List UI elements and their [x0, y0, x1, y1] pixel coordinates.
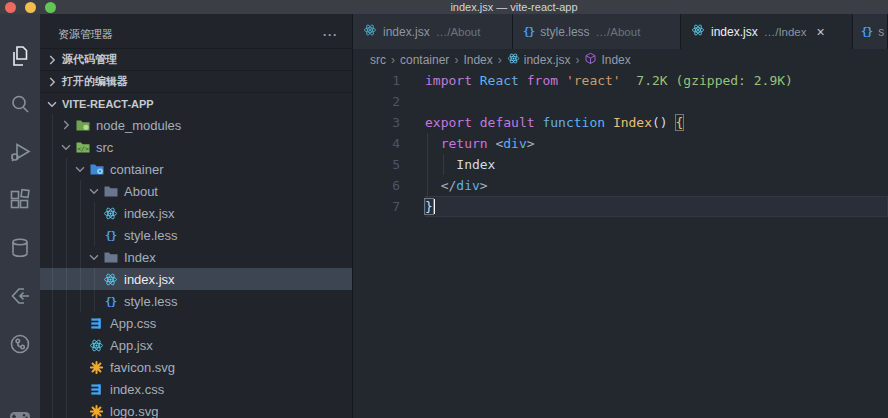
tree-label: container: [110, 162, 163, 177]
tab-index-jsx-about[interactable]: index.jsx …/About: [353, 14, 513, 49]
tree-label: App.jsx: [110, 338, 153, 353]
svg-file-icon: [88, 359, 105, 375]
chevron-down-icon: [72, 162, 88, 176]
section-label: VITE-REACT-APP: [62, 98, 154, 110]
indent-guide: [80, 180, 81, 312]
tree-label: style.less: [124, 294, 177, 309]
tree-item-logo-svg[interactable]: logo.svg: [40, 400, 352, 418]
tab-label: s: [878, 25, 884, 39]
tab-style-less-index-partial[interactable]: {} s: [853, 14, 888, 49]
tree-item-index-css[interactable]: index.css: [40, 378, 352, 400]
css-icon: [88, 381, 105, 397]
chevron-down-icon: [44, 97, 60, 111]
window-title: index.jsx — vite-react-app: [0, 0, 888, 14]
tree-label: node_modules: [96, 118, 181, 133]
indent-guide: [66, 158, 67, 418]
tree-item-index-folder[interactable]: Index: [40, 246, 352, 268]
explorer-icon[interactable]: [8, 44, 32, 68]
folder-green-icon: [74, 117, 91, 133]
database-icon[interactable]: [8, 236, 32, 260]
svg-text:</>: </>: [77, 145, 89, 153]
react-icon: [88, 337, 105, 353]
breadcrumb-separator: ›: [391, 53, 395, 67]
breadcrumb-item-index-jsx[interactable]: index.jsx: [507, 52, 571, 68]
tree-item-index-index-jsx-selected[interactable]: index.jsx: [40, 268, 352, 290]
section-label: 打开的编辑器: [62, 74, 128, 89]
navigate-back-icon[interactable]: [8, 284, 32, 308]
title-bar: index.jsx — vite-react-app: [0, 0, 888, 14]
git-graph-icon[interactable]: [8, 332, 32, 356]
indent-guide: [94, 268, 95, 312]
react-icon: [102, 205, 119, 221]
chevron-right-icon: [44, 75, 60, 89]
folder-src-icon: </>: [74, 139, 91, 155]
tab-index-jsx-index-active[interactable]: index.jsx …/Index ×: [681, 14, 853, 49]
react-icon: [363, 23, 377, 40]
file-tree: node_modules </> src container: [40, 114, 352, 418]
code-content[interactable]: import React from 'react' 7.2K (gzipped:…: [425, 70, 888, 217]
react-icon: [102, 271, 119, 287]
breadcrumb-item-src[interactable]: src: [370, 53, 386, 67]
tree-item-favicon-svg[interactable]: favicon.svg: [40, 356, 352, 378]
tree-label: index.jsx: [124, 206, 175, 221]
tab-label: style.less: [540, 25, 589, 39]
text-cursor: [433, 199, 435, 214]
symbol-module-icon: [584, 52, 597, 68]
tree-item-about-folder[interactable]: About: [40, 180, 352, 202]
chevron-down-icon: [86, 250, 102, 264]
line-number-gutter[interactable]: 1234567: [353, 70, 400, 217]
braces-icon: {}: [102, 293, 119, 309]
explorer-title: 资源管理器: [58, 27, 113, 42]
react-icon: [691, 23, 705, 40]
tree-item-src[interactable]: </> src: [40, 136, 352, 158]
tab-dir: …/About: [436, 26, 481, 38]
folder-icon: [102, 249, 119, 265]
breadcrumb-item-container[interactable]: container: [400, 53, 449, 67]
react-icon: [507, 52, 520, 68]
css-icon: [88, 315, 105, 331]
tree-label: favicon.svg: [110, 360, 175, 375]
tree-item-index-style-less[interactable]: {} style.less: [40, 290, 352, 312]
indent-guide: [52, 114, 53, 418]
folder-container-icon: [88, 161, 105, 177]
section-open-editors[interactable]: 打开的编辑器: [40, 70, 352, 92]
breadcrumb-item-symbol-index[interactable]: Index: [584, 52, 630, 68]
section-project-root[interactable]: VITE-REACT-APP: [40, 92, 352, 114]
tab-style-less-about[interactable]: {} style.less …/About: [513, 14, 681, 49]
section-source-control[interactable]: 源代码管理: [40, 48, 352, 70]
code-editor[interactable]: 1234567 import React from 'react' 7.2K (…: [353, 70, 888, 418]
run-debug-icon[interactable]: [8, 140, 32, 164]
section-label: 源代码管理: [62, 52, 117, 67]
tab-label: index.jsx: [383, 25, 430, 39]
activity-bar: [0, 14, 40, 418]
breadcrumb-item-index-folder[interactable]: Index: [463, 53, 492, 67]
tree-item-app-jsx[interactable]: App.jsx: [40, 334, 352, 356]
gamepad-icon[interactable]: [8, 404, 32, 418]
tab-dir: …/About: [596, 26, 641, 38]
tree-item-node-modules[interactable]: node_modules: [40, 114, 352, 136]
tab-dir: …/Index: [764, 26, 807, 38]
extensions-icon[interactable]: [8, 188, 32, 212]
indent-guide: [94, 202, 95, 246]
tree-item-about-style-less[interactable]: {} style.less: [40, 224, 352, 246]
breadcrumb-separator: ›: [575, 53, 579, 67]
tree-item-app-css[interactable]: App.css: [40, 312, 352, 334]
breadcrumb: src › container › Index › index.jsx › In…: [353, 49, 888, 70]
explorer-sidebar: 资源管理器 ··· 源代码管理 打开的编辑器 VITE-REACT-APP: [40, 14, 353, 418]
breadcrumb-separator: ›: [498, 53, 502, 67]
search-icon[interactable]: [8, 92, 32, 116]
tree-label: index.jsx: [124, 272, 175, 287]
tree-item-container[interactable]: container: [40, 158, 352, 180]
chevron-down-icon: [58, 140, 74, 154]
close-tab-icon[interactable]: ×: [817, 25, 825, 39]
chevron-right-icon: [44, 53, 60, 67]
tree-label: src: [96, 140, 113, 155]
tab-label: index.jsx: [711, 25, 758, 39]
tree-label: index.css: [110, 382, 164, 397]
more-actions-icon[interactable]: ···: [323, 28, 338, 42]
braces-icon: {}: [861, 25, 872, 38]
explorer-header: 资源管理器 ···: [40, 14, 352, 48]
tree-item-about-index-jsx[interactable]: index.jsx: [40, 202, 352, 224]
breadcrumb-separator: ›: [454, 53, 458, 67]
chevron-right-icon: [58, 118, 74, 132]
